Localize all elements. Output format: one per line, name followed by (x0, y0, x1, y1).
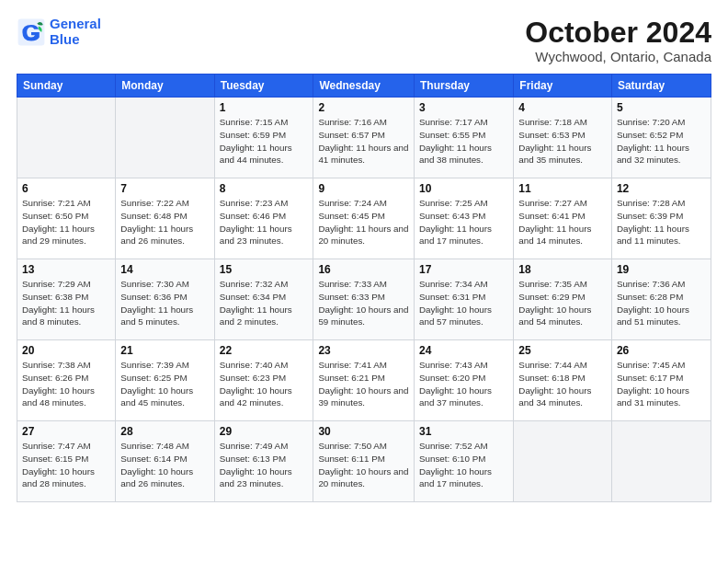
day-info: Sunrise: 7:18 AM Sunset: 6:53 PM Dayligh… (518, 116, 607, 167)
day-info: Sunrise: 7:29 AM Sunset: 6:38 PM Dayligh… (22, 278, 110, 328)
week-row-3: 13Sunrise: 7:29 AM Sunset: 6:38 PM Dayli… (17, 259, 711, 340)
day-cell: 22Sunrise: 7:40 AM Sunset: 6:23 PM Dayli… (214, 340, 313, 421)
day-info: Sunrise: 7:30 AM Sunset: 6:36 PM Dayligh… (120, 278, 209, 328)
day-number: 15 (220, 263, 309, 276)
day-cell: 4Sunrise: 7:18 AM Sunset: 6:53 PM Daylig… (514, 98, 612, 178)
weekday-header-sunday: Sunday (17, 75, 116, 98)
day-cell: 21Sunrise: 7:39 AM Sunset: 6:25 PM Dayli… (116, 340, 214, 421)
day-cell: 17Sunrise: 7:34 AM Sunset: 6:31 PM Dayli… (415, 259, 514, 340)
day-cell: 26Sunrise: 7:45 AM Sunset: 6:17 PM Dayli… (611, 340, 711, 421)
day-number: 20 (22, 344, 110, 357)
day-cell: 10Sunrise: 7:25 AM Sunset: 6:43 PM Dayli… (415, 178, 514, 259)
day-number: 25 (518, 344, 607, 357)
day-info: Sunrise: 7:32 AM Sunset: 6:34 PM Dayligh… (220, 278, 309, 328)
day-cell: 13Sunrise: 7:29 AM Sunset: 6:38 PM Dayli… (17, 259, 116, 340)
weekday-header-thursday: Thursday (415, 75, 514, 98)
day-info: Sunrise: 7:23 AM Sunset: 6:46 PM Dayligh… (220, 197, 309, 247)
day-info: Sunrise: 7:28 AM Sunset: 6:39 PM Dayligh… (617, 197, 706, 247)
day-cell: 31Sunrise: 7:52 AM Sunset: 6:10 PM Dayli… (415, 421, 514, 502)
day-info: Sunrise: 7:47 AM Sunset: 6:15 PM Dayligh… (22, 440, 110, 490)
day-cell: 29Sunrise: 7:49 AM Sunset: 6:13 PM Dayli… (214, 421, 313, 502)
day-info: Sunrise: 7:38 AM Sunset: 6:26 PM Dayligh… (22, 359, 110, 409)
day-cell: 27Sunrise: 7:47 AM Sunset: 6:15 PM Dayli… (17, 421, 116, 502)
day-cell: 3Sunrise: 7:17 AM Sunset: 6:55 PM Daylig… (415, 98, 514, 178)
day-info: Sunrise: 7:49 AM Sunset: 6:13 PM Dayligh… (220, 440, 309, 490)
month-title: October 2024 (525, 17, 711, 49)
day-number: 7 (120, 182, 209, 195)
day-cell: 1Sunrise: 7:15 AM Sunset: 6:59 PM Daylig… (214, 98, 313, 178)
day-info: Sunrise: 7:43 AM Sunset: 6:20 PM Dayligh… (419, 359, 508, 409)
calendar-table: SundayMondayTuesdayWednesdayThursdayFrid… (17, 74, 711, 502)
weekday-header-row: SundayMondayTuesdayWednesdayThursdayFrid… (17, 75, 711, 98)
day-cell: 24Sunrise: 7:43 AM Sunset: 6:20 PM Dayli… (415, 340, 514, 421)
day-cell: 14Sunrise: 7:30 AM Sunset: 6:36 PM Dayli… (116, 259, 214, 340)
day-number: 21 (120, 344, 209, 357)
weekday-header-friday: Friday (514, 75, 612, 98)
day-cell: 28Sunrise: 7:48 AM Sunset: 6:14 PM Dayli… (116, 421, 214, 502)
day-number: 27 (22, 425, 110, 438)
day-info: Sunrise: 7:41 AM Sunset: 6:21 PM Dayligh… (318, 359, 409, 409)
day-number: 11 (518, 182, 607, 195)
day-number: 12 (617, 182, 706, 195)
day-number: 22 (220, 344, 309, 357)
day-cell: 7Sunrise: 7:22 AM Sunset: 6:48 PM Daylig… (116, 178, 214, 259)
week-row-5: 27Sunrise: 7:47 AM Sunset: 6:15 PM Dayli… (17, 421, 711, 502)
day-cell: 9Sunrise: 7:24 AM Sunset: 6:45 PM Daylig… (313, 178, 415, 259)
day-number: 2 (318, 101, 409, 114)
day-info: Sunrise: 7:27 AM Sunset: 6:41 PM Dayligh… (518, 197, 607, 247)
day-info: Sunrise: 7:44 AM Sunset: 6:18 PM Dayligh… (518, 359, 607, 409)
day-number: 3 (419, 101, 508, 114)
day-number: 19 (617, 263, 706, 276)
weekday-header-monday: Monday (116, 75, 214, 98)
day-number: 9 (318, 182, 409, 195)
logo-line2: Blue (50, 31, 80, 47)
day-info: Sunrise: 7:45 AM Sunset: 6:17 PM Dayligh… (617, 359, 706, 409)
day-number: 31 (419, 425, 508, 438)
day-cell (17, 98, 116, 178)
day-number: 16 (318, 263, 409, 276)
day-cell (116, 98, 214, 178)
day-cell: 2Sunrise: 7:16 AM Sunset: 6:57 PM Daylig… (313, 98, 415, 178)
week-row-2: 6Sunrise: 7:21 AM Sunset: 6:50 PM Daylig… (17, 178, 711, 259)
day-cell: 18Sunrise: 7:35 AM Sunset: 6:29 PM Dayli… (514, 259, 612, 340)
day-cell: 5Sunrise: 7:20 AM Sunset: 6:52 PM Daylig… (611, 98, 711, 178)
day-info: Sunrise: 7:40 AM Sunset: 6:23 PM Dayligh… (220, 359, 309, 409)
day-info: Sunrise: 7:50 AM Sunset: 6:11 PM Dayligh… (318, 440, 409, 490)
day-number: 26 (617, 344, 706, 357)
general-blue-icon (17, 17, 46, 47)
page: General Blue October 2024 Wychwood, Onta… (0, 0, 728, 563)
day-number: 6 (22, 182, 110, 195)
day-info: Sunrise: 7:16 AM Sunset: 6:57 PM Dayligh… (318, 116, 409, 167)
day-number: 5 (617, 101, 706, 114)
day-info: Sunrise: 7:21 AM Sunset: 6:50 PM Dayligh… (22, 197, 110, 247)
day-cell: 6Sunrise: 7:21 AM Sunset: 6:50 PM Daylig… (17, 178, 116, 259)
day-info: Sunrise: 7:25 AM Sunset: 6:43 PM Dayligh… (419, 197, 508, 247)
day-cell: 12Sunrise: 7:28 AM Sunset: 6:39 PM Dayli… (611, 178, 711, 259)
day-info: Sunrise: 7:15 AM Sunset: 6:59 PM Dayligh… (220, 116, 309, 167)
day-number: 24 (419, 344, 508, 357)
day-cell: 8Sunrise: 7:23 AM Sunset: 6:46 PM Daylig… (214, 178, 313, 259)
day-info: Sunrise: 7:20 AM Sunset: 6:52 PM Dayligh… (617, 116, 706, 167)
week-row-4: 20Sunrise: 7:38 AM Sunset: 6:26 PM Dayli… (17, 340, 711, 421)
weekday-header-saturday: Saturday (611, 75, 711, 98)
day-info: Sunrise: 7:36 AM Sunset: 6:28 PM Dayligh… (617, 278, 706, 328)
day-number: 13 (22, 263, 110, 276)
day-number: 8 (220, 182, 309, 195)
day-number: 18 (518, 263, 607, 276)
day-cell: 25Sunrise: 7:44 AM Sunset: 6:18 PM Dayli… (514, 340, 612, 421)
day-cell: 20Sunrise: 7:38 AM Sunset: 6:26 PM Dayli… (17, 340, 116, 421)
day-number: 29 (220, 425, 309, 438)
day-number: 1 (220, 101, 309, 114)
day-number: 17 (419, 263, 508, 276)
day-cell: 11Sunrise: 7:27 AM Sunset: 6:41 PM Dayli… (514, 178, 612, 259)
title-block: October 2024 Wychwood, Ontario, Canada (525, 17, 711, 64)
day-cell: 19Sunrise: 7:36 AM Sunset: 6:28 PM Dayli… (611, 259, 711, 340)
day-number: 28 (120, 425, 209, 438)
logo: General Blue (17, 17, 101, 47)
day-info: Sunrise: 7:35 AM Sunset: 6:29 PM Dayligh… (518, 278, 607, 328)
weekday-header-wednesday: Wednesday (313, 75, 415, 98)
day-info: Sunrise: 7:17 AM Sunset: 6:55 PM Dayligh… (419, 116, 508, 167)
day-cell (611, 421, 711, 502)
day-info: Sunrise: 7:34 AM Sunset: 6:31 PM Dayligh… (419, 278, 508, 328)
day-info: Sunrise: 7:48 AM Sunset: 6:14 PM Dayligh… (120, 440, 209, 490)
